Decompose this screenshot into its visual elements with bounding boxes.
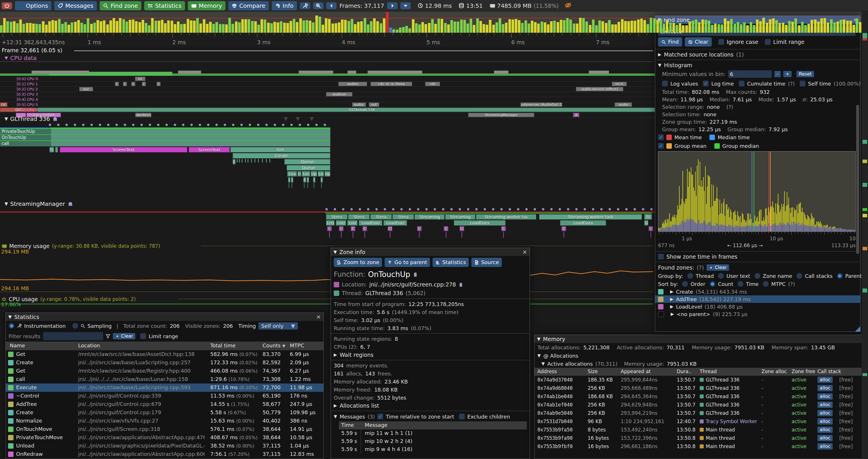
frame-bar[interactable]	[203, 19, 205, 33]
find-button[interactable]: Find	[658, 37, 682, 46]
frame-bar[interactable]	[48, 21, 51, 33]
timeline-zone[interactable]: Streaming	[414, 214, 445, 220]
alloc-callstack-button[interactable]: alloc	[817, 418, 833, 425]
frame-bar[interactable]	[769, 19, 772, 33]
message-dot[interactable]	[425, 208, 428, 210]
alloc-callstack-button[interactable]: alloc	[817, 402, 833, 408]
frame-bar[interactable]	[708, 21, 710, 33]
memory-table-row[interactable]: 0x7553b9fbf016 bytes296,661,186ns13:50.8…	[534, 442, 863, 451]
frame-bar[interactable]	[788, 21, 791, 33]
frame-bar[interactable]	[492, 25, 495, 33]
timeline-zone[interactable]: (	[313, 177, 315, 183]
frame-bar[interactable]	[183, 24, 186, 33]
stats-table-row[interactable]: Normalizejni/../jni/src/claw/vfs/Vfs.cpp…	[6, 417, 323, 425]
frame-bar[interactable]	[569, 20, 572, 33]
frame-bar[interactable]	[283, 23, 286, 33]
frame-bar[interactable]	[717, 24, 720, 33]
alloc-callstack-button[interactable]: alloc	[817, 385, 833, 391]
alloc-callstack-button[interactable]: alloc	[817, 435, 833, 441]
message-dot[interactable]	[315, 124, 318, 126]
frame-bar[interactable]	[785, 25, 787, 33]
frame-bar[interactable]	[762, 18, 765, 33]
stats-table-row[interactable]: Get/mnt/e/claw/src/claw/base/AssetDict.h…	[6, 350, 323, 359]
message-dot[interactable]	[500, 208, 503, 210]
frame-bar[interactable]	[563, 20, 565, 33]
frame-bar[interactable]	[29, 23, 32, 33]
frame-bar[interactable]	[518, 20, 521, 33]
frame-bar[interactable]	[26, 23, 28, 33]
timeline-zone[interactable]: Strea	[392, 214, 414, 220]
frame-bar[interactable]	[106, 24, 109, 33]
message-dot[interactable]	[459, 208, 461, 210]
frame-bar[interactable]	[859, 22, 861, 33]
message-dot[interactable]	[400, 208, 403, 210]
frame-bar[interactable]	[525, 21, 527, 33]
message-dot[interactable]	[542, 208, 544, 210]
timeline-zone[interactable]: LoadDaU	[383, 220, 407, 226]
timeline-zone[interactable]: C	[561, 226, 566, 231]
frame-bar[interactable]	[849, 21, 852, 33]
memory-table-row[interactable]: 0x74ab9e5040256 KB293,994,219ns13:50.7GL…	[534, 409, 863, 417]
frame-bar[interactable]	[714, 24, 717, 33]
cpu-core-track[interactable]	[0, 76, 655, 81]
clipboard-icon[interactable]	[458, 282, 463, 287]
message-dot[interactable]	[207, 124, 209, 126]
frame-bar[interactable]	[61, 24, 64, 33]
frame-bar[interactable]	[81, 23, 83, 33]
message-dot[interactable]	[91, 124, 93, 126]
frame-bar[interactable]	[38, 24, 41, 33]
find-zone-histogram[interactable]	[658, 151, 856, 232]
reset-button[interactable]: Reset	[797, 71, 814, 77]
column-header-counts[interactable]: Counts▼	[262, 342, 285, 349]
column-header-address[interactable]: Address	[537, 368, 557, 374]
cpu-zone[interactable]: c	[123, 82, 127, 86]
source-button[interactable]: Source	[471, 258, 502, 267]
frame-bar[interactable]	[573, 24, 575, 33]
column-header-zone-free[interactable]: Zone free	[792, 368, 815, 374]
frame-bar[interactable]	[585, 22, 588, 33]
message-dot[interactable]	[182, 124, 184, 126]
frame-bar[interactable]	[392, 29, 395, 33]
frame-bar[interactable]	[547, 24, 550, 33]
time-relative-checkbox[interactable]: ✓	[377, 414, 383, 419]
timeline-zone[interactable]: C	[339, 226, 343, 231]
frame-bar[interactable]	[766, 23, 768, 33]
timeline-zone[interactable]: Get	[230, 147, 330, 153]
frame-bar[interactable]	[483, 24, 485, 33]
message-dot[interactable]	[475, 208, 478, 210]
message-dot[interactable]	[409, 208, 411, 210]
frame-bar[interactable]	[560, 20, 562, 33]
frame-bar[interactable]	[824, 18, 826, 33]
frame-bar[interactable]	[193, 21, 195, 33]
stats-table-row[interactable]: OnTouchMovejni/../jni/src/guif/Screen.cp…	[6, 425, 323, 433]
frame-bar[interactable]	[212, 24, 215, 33]
message-row[interactable]: 5.59 smip 11 w 1 h 1 (1)	[339, 429, 527, 437]
cpu-core-track[interactable]	[0, 97, 655, 102]
timeline-zone[interactable]: E	[303, 177, 306, 183]
timeline-zone[interactable]	[55, 147, 58, 153]
frame-bar[interactable]	[589, 25, 591, 33]
frame-bar[interactable]	[807, 24, 810, 33]
frame-bar[interactable]	[499, 19, 501, 33]
legend-checkbox[interactable]: ✓	[658, 134, 664, 140]
log-values-checkbox[interactable]	[662, 81, 668, 87]
frame-bar[interactable]	[338, 22, 340, 33]
stats-table-row[interactable]: Createjni/../jni/src/guif/Control.cpp:17…	[6, 408, 323, 417]
message-dot[interactable]	[633, 208, 636, 210]
cpu-zone[interactable]: audioserver (AudioOut_D)	[521, 102, 562, 107]
timeline-zone[interactable]: St	[644, 214, 652, 220]
message-dot[interactable]	[467, 208, 469, 210]
frame-bar[interactable]	[705, 20, 707, 33]
message-dot[interactable]	[307, 124, 309, 126]
bin-minus-button[interactable]: -	[774, 71, 781, 77]
frame-bar[interactable]	[277, 22, 279, 33]
frame-bar[interactable]	[129, 20, 131, 33]
frame-bar[interactable]	[344, 20, 347, 33]
frame-bar[interactable]	[161, 20, 163, 33]
frame-bar[interactable]	[238, 22, 241, 33]
timeline-zone[interactable]: U	[644, 220, 648, 226]
frame-bar[interactable]	[540, 22, 543, 33]
frame-bar[interactable]	[299, 19, 302, 33]
column-header-call-stack[interactable]: Call stack	[817, 368, 841, 374]
frame-bar[interactable]	[405, 26, 408, 33]
